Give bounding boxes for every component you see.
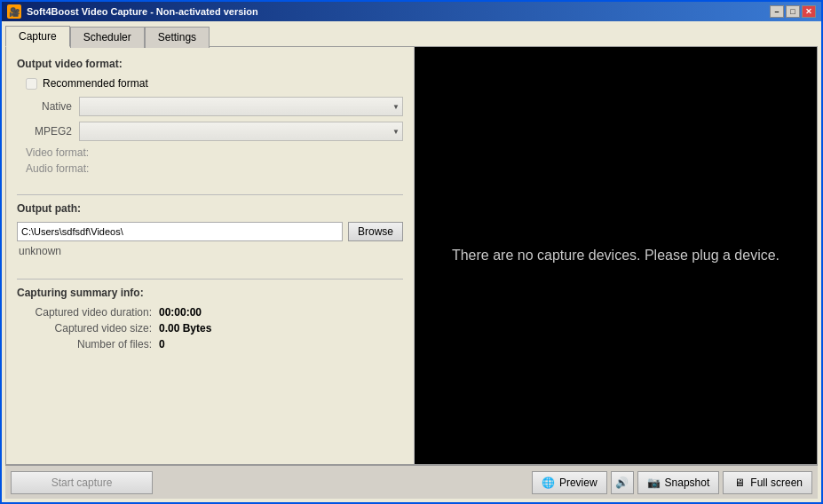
preview-icon: 🌐 <box>542 476 556 490</box>
audio-format-row: Audio format: <box>17 162 403 175</box>
restore-button[interactable]: □ <box>786 5 800 18</box>
full-screen-icon: 🖥 <box>732 476 747 490</box>
num-files-label: Number of files: <box>17 338 159 350</box>
preview-button[interactable]: 🌐 Preview <box>532 471 607 494</box>
full-screen-label: Full screen <box>750 476 803 489</box>
tab-capture[interactable]: Capture <box>5 26 70 47</box>
app-icon: 🎥 <box>7 4 21 19</box>
captured-size-value: 0.00 Bytes <box>159 322 211 335</box>
captured-duration-label: Captured video duration: <box>17 306 159 319</box>
preview-label: Preview <box>559 476 597 489</box>
divider-2 <box>17 279 403 280</box>
recommended-format-label: Recommended format <box>43 77 148 90</box>
start-capture-button[interactable]: Start capture <box>11 471 153 494</box>
summary-section: Capturing summary info: Captured video d… <box>17 287 403 354</box>
divider-1 <box>17 194 403 195</box>
captured-size-row: Captured video size: 0.00 Bytes <box>17 322 403 335</box>
num-files-value: 0 <box>159 338 165 350</box>
mpeg2-row: MPEG2 <box>17 122 403 141</box>
num-files-row: Number of files: 0 <box>17 338 403 350</box>
audio-format-label: Audio format: <box>26 162 97 175</box>
close-button[interactable]: ✕ <box>802 5 816 18</box>
window-body: Capture Scheduler Settings Output video … <box>2 21 821 502</box>
video-format-row: Video format: <box>17 146 403 159</box>
title-buttons: – □ ✕ <box>770 5 816 18</box>
recommended-format-checkbox[interactable] <box>26 78 37 90</box>
snapshot-label: Snapshot <box>665 476 710 489</box>
snapshot-button[interactable]: 📷 Snapshot <box>637 471 720 494</box>
tab-scheduler[interactable]: Scheduler <box>70 27 145 48</box>
native-select-wrapper <box>79 97 403 116</box>
no-device-message: There are no capture devices. Please plu… <box>452 248 779 264</box>
output-path-label: Output path: <box>17 202 403 215</box>
output-video-section: Output video format: Recommended format … <box>17 58 403 178</box>
title-bar: 🎥 Soft4Boost Video Capture - Non-activat… <box>2 2 821 21</box>
mpeg2-label: MPEG2 <box>17 125 79 138</box>
window-title: Soft4Boost Video Capture - Non-activated… <box>27 6 258 17</box>
main-content: Output video format: Recommended format … <box>5 46 818 465</box>
bottom-bar: Start capture 🌐 Preview 🔊 📷 Snapshot 🖥 F… <box>5 465 818 499</box>
output-path-section: Output path: Browse unknown <box>17 202 403 264</box>
left-panel: Output video format: Recommended format … <box>6 47 415 464</box>
mpeg2-select-wrapper <box>79 122 403 141</box>
native-row: Native <box>17 97 403 116</box>
video-format-label: Video format: <box>26 146 97 159</box>
volume-icon: 🔊 <box>615 476 629 489</box>
preview-panel: There are no capture devices. Please plu… <box>415 47 817 464</box>
path-row: Browse <box>17 222 403 241</box>
browse-button[interactable]: Browse <box>348 222 403 241</box>
captured-size-label: Captured video size: <box>17 322 159 335</box>
recommended-format-row: Recommended format <box>17 77 403 90</box>
tab-bar: Capture Scheduler Settings <box>5 25 818 46</box>
snapshot-icon: 📷 <box>647 476 661 490</box>
path-input[interactable] <box>17 222 343 241</box>
captured-duration-value: 00:00:00 <box>159 306 202 319</box>
mpeg2-select[interactable] <box>79 122 403 141</box>
volume-button[interactable]: 🔊 <box>611 471 634 494</box>
minimize-button[interactable]: – <box>770 5 784 18</box>
output-video-format-label: Output video format: <box>17 58 403 70</box>
full-screen-button[interactable]: 🖥 Full screen <box>723 471 812 494</box>
status-text: unknown <box>17 245 403 257</box>
capturing-summary-label: Capturing summary info: <box>17 287 403 299</box>
captured-duration-row: Captured video duration: 00:00:00 <box>17 306 403 319</box>
bottom-right-buttons: 🌐 Preview 🔊 📷 Snapshot 🖥 Full screen <box>532 471 812 494</box>
native-select[interactable] <box>79 97 403 116</box>
title-bar-left: 🎥 Soft4Boost Video Capture - Non-activat… <box>7 4 258 19</box>
native-label: Native <box>17 100 79 113</box>
tab-settings[interactable]: Settings <box>145 27 210 48</box>
main-window: 🎥 Soft4Boost Video Capture - Non-activat… <box>0 0 823 504</box>
